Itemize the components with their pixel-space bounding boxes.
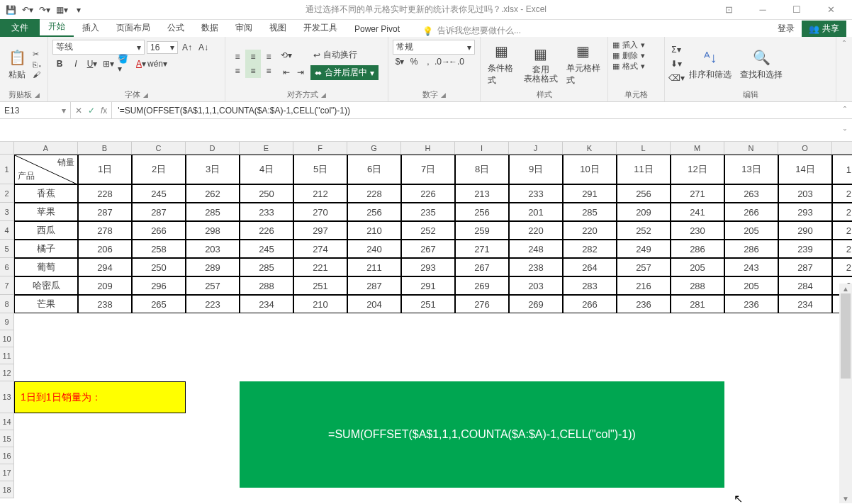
align-top-icon[interactable]: ≡ (230, 50, 245, 64)
insert-cells-button[interactable]: ▦插入▾ (612, 40, 660, 50)
data-cell[interactable]: 249 (617, 240, 671, 258)
data-cell[interactable]: 211 (347, 258, 401, 276)
qat-customize-icon[interactable]: ▾ (71, 2, 86, 18)
data-cell[interactable]: 226 (240, 221, 293, 240)
data-cell[interactable]: 248 (509, 240, 563, 258)
row-header[interactable]: 13 (0, 381, 14, 413)
data-cell[interactable]: 286 (724, 240, 778, 258)
table-format-button[interactable]: ▦套用 表格格式 (521, 43, 561, 85)
formula-expand-up-icon[interactable]: ˆ (843, 106, 846, 116)
data-cell[interactable]: 286 (671, 240, 724, 258)
product-name[interactable]: 橘子 (14, 240, 78, 258)
data-cell-partial[interactable]: 2 (832, 258, 852, 276)
formula-collapse-icon[interactable]: ˇ (843, 128, 846, 138)
data-cell[interactable]: 271 (455, 240, 509, 258)
data-cell[interactable]: 234 (240, 295, 293, 313)
enter-formula-icon[interactable]: ✓ (88, 106, 95, 116)
data-cell[interactable]: 264 (563, 258, 617, 276)
data-cell[interactable]: 234 (778, 295, 832, 313)
data-cell[interactable]: 209 (617, 203, 671, 221)
login-link[interactable]: 登录 (778, 23, 795, 35)
collapse-ribbon-icon[interactable]: ˆ (836, 37, 852, 101)
select-all-corner[interactable] (0, 142, 14, 155)
format-cells-button[interactable]: ▦格式▾ (612, 61, 660, 72)
tab-powerpivot[interactable]: Power Pivot (346, 21, 408, 37)
data-cell[interactable]: 241 (671, 203, 724, 221)
data-cell-partial[interactable]: 2 (832, 184, 852, 203)
fill-color-icon[interactable]: 🪣▾ (118, 57, 132, 71)
col-header[interactable]: H (401, 142, 455, 155)
day-header[interactable]: 6日 (347, 155, 401, 184)
find-select-button[interactable]: 🔍查找和选择 (737, 46, 785, 82)
tab-file[interactable]: 文件 (0, 19, 40, 37)
tellme-search[interactable]: 💡 告诉我您想要做什么... (422, 25, 521, 37)
summary-label-cell[interactable]: 1日到1日销量为： (14, 381, 186, 413)
col-header[interactable]: M (671, 142, 724, 155)
day-header[interactable]: 8日 (455, 155, 509, 184)
data-cell[interactable]: 206 (78, 240, 132, 258)
day-header[interactable]: 5日 (293, 155, 347, 184)
data-cell[interactable]: 294 (78, 258, 132, 276)
data-cell[interactable]: 201 (509, 203, 563, 221)
phonetic-icon[interactable]: wén▾ (150, 57, 164, 71)
data-cell[interactable]: 236 (617, 295, 671, 313)
name-box[interactable]: E13▾ (0, 102, 71, 118)
row-header[interactable]: 2 (0, 184, 14, 203)
vertical-scrollbar[interactable]: ▲ ▼ (839, 284, 852, 503)
data-cell[interactable]: 223 (186, 295, 240, 313)
percent-icon[interactable]: % (407, 55, 421, 69)
data-cell[interactable]: 210 (293, 295, 347, 313)
data-cell[interactable]: 250 (132, 258, 186, 276)
data-cell[interactable]: 251 (401, 295, 455, 313)
data-cell[interactable]: 281 (671, 295, 724, 313)
col-header[interactable]: E (240, 142, 293, 155)
row-header[interactable]: 12 (0, 364, 14, 381)
data-cell[interactable]: 283 (563, 276, 617, 295)
row-header[interactable]: 14 (0, 413, 14, 430)
wrap-text-button[interactable]: ↩自动换行 (310, 47, 379, 62)
align-center-icon[interactable]: ≡ (245, 64, 261, 78)
data-cell[interactable]: 282 (563, 240, 617, 258)
data-cell[interactable]: 269 (455, 276, 509, 295)
data-cell-partial[interactable]: 2 (832, 221, 852, 240)
data-cell[interactable]: 278 (78, 221, 132, 240)
data-cell[interactable]: 256 (347, 203, 401, 221)
cut-icon[interactable]: ✂ (33, 50, 43, 59)
col-header[interactable]: F (293, 142, 347, 155)
data-cell[interactable]: 216 (617, 276, 671, 295)
italic-icon[interactable]: I (69, 57, 83, 71)
worksheet-grid[interactable]: ABCDEFGHIJKLMNO 123456789101112131415161… (0, 142, 852, 503)
data-cell[interactable]: 238 (78, 295, 132, 313)
save-icon[interactable]: 💾 (3, 2, 18, 18)
data-cell[interactable]: 210 (347, 221, 401, 240)
day-header[interactable]: 10日 (563, 155, 617, 184)
data-cell[interactable]: 271 (671, 184, 724, 203)
data-cell[interactable]: 287 (347, 276, 401, 295)
data-cell[interactable]: 276 (455, 295, 509, 313)
data-cell[interactable]: 267 (401, 240, 455, 258)
data-cell[interactable]: 230 (671, 221, 724, 240)
col-header[interactable]: L (617, 142, 671, 155)
data-cell[interactable]: 245 (132, 184, 186, 203)
tab-home[interactable]: 开始 (40, 18, 74, 37)
data-cell[interactable]: 233 (240, 203, 293, 221)
row-header[interactable]: 6 (0, 258, 14, 276)
ribbon-options-icon[interactable]: ⊡ (714, 3, 743, 17)
data-cell[interactable]: 287 (78, 203, 132, 221)
data-cell[interactable]: 238 (509, 258, 563, 276)
data-cell[interactable]: 258 (132, 240, 186, 258)
tab-developer[interactable]: 开发工具 (295, 19, 346, 37)
row-header[interactable]: 9 (0, 313, 14, 330)
align-bottom-icon[interactable]: ≡ (261, 50, 276, 64)
row-header[interactable]: 11 (0, 347, 14, 364)
tab-review[interactable]: 审阅 (227, 19, 261, 37)
data-cell[interactable]: 252 (401, 221, 455, 240)
data-cell[interactable]: 221 (293, 258, 347, 276)
number-launcher-icon[interactable]: ◢ (441, 91, 446, 99)
row-header[interactable]: 16 (0, 447, 14, 464)
product-name[interactable]: 西瓜 (14, 221, 78, 240)
clipboard-launcher-icon[interactable]: ◢ (35, 91, 40, 99)
redo-icon[interactable]: ↷▾ (37, 2, 52, 18)
currency-icon[interactable]: $▾ (393, 55, 407, 69)
data-cell[interactable]: 266 (563, 295, 617, 313)
